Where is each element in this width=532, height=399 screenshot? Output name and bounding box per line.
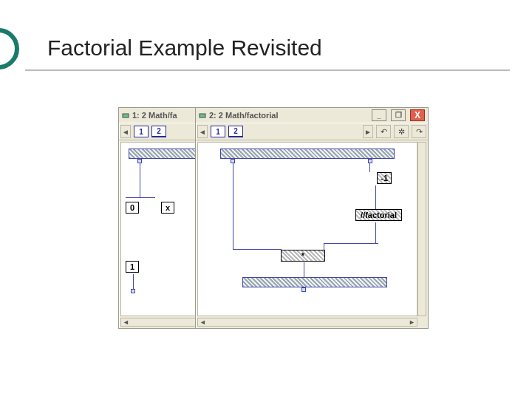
node-minus1[interactable]: -1 [377, 172, 392, 184]
node-one[interactable]: 1 [126, 261, 139, 273]
canvas-2[interactable]: -1 //factorial * [197, 142, 417, 316]
window-title-1: 1: 2 Math/fa [132, 111, 177, 120]
inlet-bar-2[interactable] [220, 149, 395, 159]
svg-rect-1 [200, 114, 205, 117]
scrollbar-v-2[interactable] [417, 142, 426, 316]
tab-2-window1[interactable]: 2 [151, 126, 166, 137]
tab-1-window1[interactable]: 1 [134, 126, 149, 137]
port-inlet-right[interactable] [368, 159, 372, 163]
svg-rect-0 [123, 114, 129, 117]
port-outlet[interactable] [301, 287, 306, 292]
slide-accent-circle [0, 28, 19, 69]
undo-button[interactable]: ↶ [376, 125, 391, 138]
minimize-button[interactable]: _ [372, 109, 386, 121]
grid-button[interactable]: ✲ [394, 125, 409, 138]
title-underline [25, 69, 510, 71]
wire [304, 262, 304, 277]
nav-prev-2[interactable]: ◄ [197, 125, 208, 138]
nav-prev-1[interactable]: ◄ [120, 125, 131, 138]
tab-2-window2[interactable]: 2 [228, 126, 243, 137]
node-mult[interactable]: x [161, 202, 174, 214]
wire [375, 222, 376, 243]
screenshot-stage: 1: 2 Math/fa ◄ 1 2 0 x 1 ◄ ► 2: [118, 107, 429, 344]
nav-next-2[interactable]: ► [363, 125, 373, 138]
node-factorial[interactable]: //factorial [355, 209, 402, 221]
node-zero[interactable]: 0 [126, 202, 139, 214]
outlet-bar-2[interactable] [242, 277, 387, 287]
window-2: 2: 2 Math/factorial _ ❐ X ◄ 1 2 ► ↶ ✲ ↷ … [195, 107, 429, 329]
wire [126, 197, 155, 198]
slide-title: Factorial Example Revisited [47, 35, 322, 61]
wire [324, 243, 324, 250]
tab-1-window2[interactable]: 1 [211, 126, 225, 137]
wire [233, 163, 233, 249]
wire [140, 163, 140, 197]
titlebar-2[interactable]: 2: 2 Math/factorial _ ❐ X [196, 108, 428, 123]
wire [133, 274, 134, 290]
window-title-2: 2: 2 Math/factorial [209, 111, 279, 120]
wire [324, 243, 378, 244]
window-icon [122, 112, 129, 119]
scroll-right-icon: ► [409, 318, 415, 326]
port[interactable] [131, 289, 135, 293]
toolbar-2: ◄ 1 2 ► ↶ ✲ ↷ [196, 123, 428, 140]
scrollbar-h-2[interactable]: ◄ ► [197, 318, 417, 327]
node-mult2[interactable]: * [281, 250, 325, 262]
wire [233, 249, 282, 250]
wire [375, 185, 376, 209]
scroll-left-icon: ◄ [200, 318, 206, 326]
redo-button[interactable]: ↷ [412, 125, 426, 138]
maximize-button[interactable]: ❐ [391, 109, 406, 121]
scroll-left-icon: ◄ [123, 318, 129, 326]
close-button[interactable]: X [410, 109, 425, 121]
window-icon [199, 112, 206, 119]
wire [369, 163, 370, 172]
